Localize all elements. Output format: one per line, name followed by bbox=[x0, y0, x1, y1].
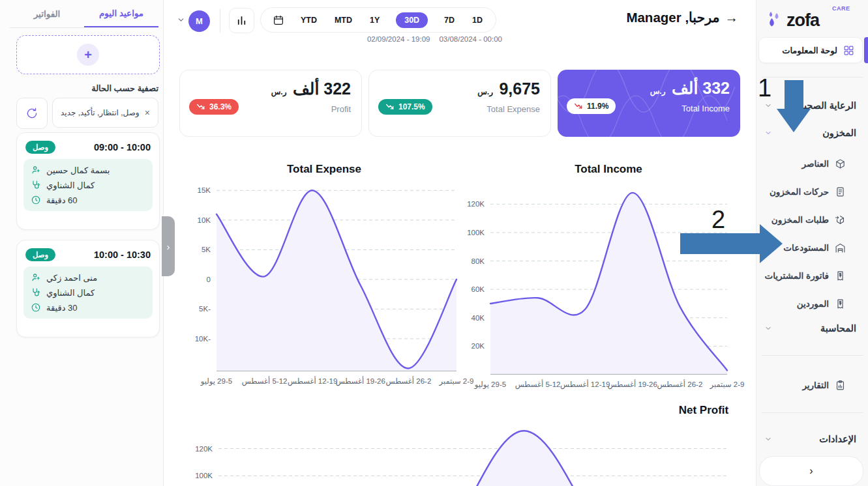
range-ytd[interactable]: YTD bbox=[299, 13, 318, 27]
box-arrow-icon bbox=[835, 214, 846, 225]
sidebar-item-reports[interactable]: التقارير bbox=[756, 378, 868, 392]
expense-currency: ر.س bbox=[477, 87, 493, 96]
sidebar-section-inventory[interactable]: المخزون bbox=[760, 125, 864, 141]
sidebar-collapse-button[interactable]: › bbox=[759, 456, 863, 486]
topbar-divider bbox=[220, 9, 220, 33]
x-tick-label: 26-2 أغسطس bbox=[657, 380, 702, 389]
dashboard-grid-icon bbox=[843, 45, 854, 56]
y-tick-label: 120K bbox=[467, 200, 485, 208]
x-tick-label: 12-19 أغسطس bbox=[288, 377, 337, 386]
dashboard-page: مواعيد اليوم الفواتير + تصفية حسب الحالة… bbox=[0, 0, 868, 486]
total-expense-label: Total Expense bbox=[486, 104, 540, 114]
sidebar-section-label: المحاسبة bbox=[820, 323, 856, 334]
annotation-number-2: 2 bbox=[711, 207, 725, 232]
appointment-card[interactable]: 10:00 - 10:30 وصل منى احمد زكي كمال الشن… bbox=[16, 240, 160, 337]
y-tick-label: 5K bbox=[202, 246, 211, 253]
tab-invoices[interactable]: الفواتير bbox=[10, 0, 84, 27]
x-tick-label: 2-9 سبتمبر bbox=[710, 380, 745, 389]
greeting-arrow-icon: → bbox=[725, 10, 739, 25]
status-badge: وصل bbox=[25, 141, 55, 154]
appointments-panel: مواعيد اليوم الفواتير + تصفية حسب الحالة… bbox=[0, 0, 164, 486]
panel-collapse-handle[interactable]: › bbox=[162, 216, 175, 276]
sidebar-divider bbox=[762, 355, 863, 356]
status-filter-value: وصل, انتظار, تأكيد, جديد bbox=[61, 108, 140, 117]
document-icon bbox=[835, 186, 846, 197]
expense-amount: 9,675 bbox=[499, 79, 540, 98]
appointment-header: 09:00 - 10:00 وصل bbox=[17, 133, 159, 159]
sidebar-item-purchase-invoice[interactable]: فاتورة المشتريات bbox=[756, 268, 868, 283]
sidebar-section-accounting[interactable]: المحاسبة bbox=[760, 321, 864, 336]
status-filter-input[interactable]: وصل, انتظار, تأكيد, جديد × bbox=[52, 98, 158, 128]
sidebar-item-dashboard[interactable]: لوحة المعلومات bbox=[758, 37, 863, 63]
total-expense-chart[interactable]: 15K10K5K05K-10K-29-5 يوليو5-12 أغسطس12-1… bbox=[217, 186, 456, 371]
sidebar-section-healthcare[interactable]: الرعاية الصحية bbox=[760, 98, 864, 113]
range-7d[interactable]: 7D bbox=[443, 13, 456, 27]
avatar-chevron-down-icon[interactable] bbox=[177, 16, 185, 24]
range-30d[interactable]: 30D bbox=[396, 12, 428, 28]
active-item-indicator bbox=[864, 37, 868, 63]
doctor-row: كمال الشناوي bbox=[31, 287, 145, 298]
total-income-chart[interactable]: 120K100K80K60K40K20K29-5 يوليو5-12 أغسطس… bbox=[490, 186, 727, 375]
sidebar-item-label: التقارير bbox=[802, 380, 829, 390]
chevron-down-icon bbox=[764, 102, 772, 109]
y-tick-label: 120K bbox=[195, 445, 213, 453]
patient-add-icon bbox=[31, 272, 41, 283]
profit-card[interactable]: 322 ألف ر.س Profit 36.3% bbox=[179, 70, 362, 137]
filter-by-status-label: تصفية حسب الحالة bbox=[16, 83, 158, 93]
x-tick-label: 29-5 يوليو bbox=[475, 380, 506, 389]
y-tick-label: 15K bbox=[198, 186, 211, 194]
total-expense-card[interactable]: 9,675 ر.س Total Expense 107.5% bbox=[368, 70, 551, 137]
clock-icon bbox=[31, 302, 41, 313]
bar-chart-icon bbox=[235, 14, 248, 27]
appointment-time: 09:00 - 10:00 bbox=[94, 142, 151, 152]
cube-icon bbox=[835, 158, 846, 169]
refresh-icon bbox=[25, 107, 38, 120]
selected-period: 02/09/2024 - 19:09 03/08/2024 - 00:00 bbox=[365, 35, 502, 43]
refresh-button[interactable] bbox=[16, 98, 48, 129]
patient-name: بسمة كمال حسين bbox=[46, 165, 110, 175]
chart-view-button[interactable] bbox=[229, 8, 254, 33]
sidebar-item-suppliers[interactable]: الموردين bbox=[756, 296, 868, 311]
expense-chart-title: Total Expense bbox=[287, 163, 361, 176]
appointment-card[interactable]: 09:00 - 10:00 وصل بسمة كمال حسين كمال ال… bbox=[16, 132, 160, 230]
sidebar-section-settings[interactable]: الإعدادات bbox=[760, 431, 864, 447]
y-tick-label: 10K- bbox=[195, 335, 211, 343]
brand-name: zofa bbox=[786, 10, 819, 31]
tab-today-appointments[interactable]: مواعيد اليوم bbox=[84, 0, 158, 27]
income-chart-title: Total Income bbox=[575, 163, 642, 176]
user-avatar[interactable]: M bbox=[188, 10, 210, 32]
sidebar-item-label: حركات المخزون bbox=[770, 186, 829, 197]
chevron-down-icon bbox=[764, 129, 772, 137]
patient-row: منى احمد زكي bbox=[31, 272, 145, 283]
invoice-icon bbox=[835, 270, 846, 281]
range-1d[interactable]: 1D bbox=[471, 13, 484, 27]
y-tick-label: 5K- bbox=[199, 305, 211, 313]
brand-logo: zofa CARE bbox=[766, 6, 857, 35]
range-mtd[interactable]: MTD bbox=[333, 13, 353, 27]
sidebar-item-items[interactable]: العناصر bbox=[756, 156, 868, 171]
appointment-header: 10:00 - 10:30 وصل bbox=[17, 240, 159, 266]
add-appointment-button[interactable]: + bbox=[16, 35, 160, 74]
y-tick-label: 100K bbox=[467, 229, 485, 236]
total-expense-value: 9,675 ر.س bbox=[477, 79, 540, 98]
x-tick-label: 19-26 أغسطس bbox=[608, 380, 657, 389]
range-1y[interactable]: 1Y bbox=[368, 13, 381, 27]
chevron-right-icon: › bbox=[167, 241, 170, 252]
sidebar-item-label: لوحة المعلومات bbox=[782, 46, 837, 55]
doctor-name: كمال الشناوي bbox=[46, 180, 95, 190]
greeting-text: مرحبا, Manager bbox=[626, 10, 719, 25]
appointment-time: 10:00 - 10:30 bbox=[94, 250, 151, 260]
sidebar-item-label: الموردين bbox=[797, 298, 829, 309]
patient-add-icon bbox=[31, 165, 41, 175]
appointment-duration: 30 دقيقة bbox=[46, 303, 78, 313]
doctor-name: كمال الشناوي bbox=[46, 288, 95, 298]
zofa-drops-icon bbox=[766, 10, 783, 30]
clear-filter-icon[interactable]: × bbox=[145, 107, 150, 118]
total-income-card[interactable]: 332 ألف ر.س Total Income 11.9% bbox=[558, 70, 740, 137]
y-tick-label: 20K bbox=[471, 342, 485, 350]
sidebar-item-inventory-movements[interactable]: حركات المخزون bbox=[756, 184, 868, 199]
net-profit-chart[interactable]: 120K100K29-5 يوليو5-12 أغسطس12-19 أغسطس1… bbox=[218, 427, 727, 486]
calendar-icon[interactable] bbox=[273, 14, 284, 26]
annotation-number-1: 1 bbox=[758, 76, 771, 100]
expense-badge-value: 107.5% bbox=[398, 102, 425, 111]
